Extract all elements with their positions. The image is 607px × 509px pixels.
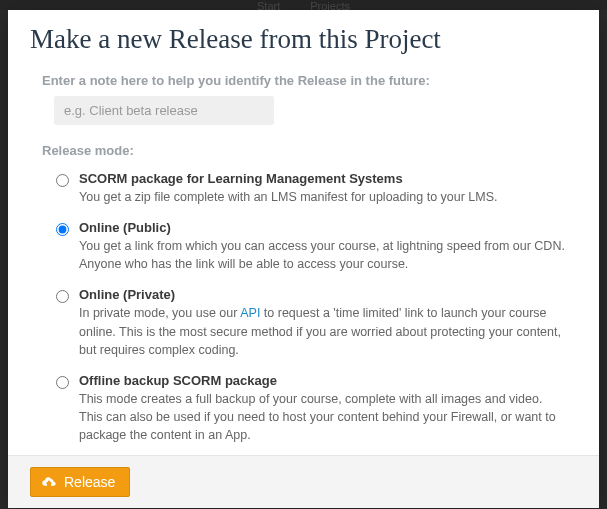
option-title: Online (Private) <box>79 287 567 302</box>
radio-offline-backup[interactable] <box>56 376 69 389</box>
api-link[interactable]: API <box>240 306 260 320</box>
option-desc: You get a link from which you can access… <box>79 237 567 273</box>
top-nav: Start Projects <box>0 0 607 10</box>
release-modal: Make a new Release from this Project Ent… <box>8 10 599 508</box>
option-title: SCORM package for Learning Management Sy… <box>79 171 567 186</box>
option-desc: In private mode, you use our API to requ… <box>79 304 567 358</box>
radio-scorm-lms[interactable] <box>56 174 69 187</box>
option-desc: You get a zip file complete with an LMS … <box>79 188 567 206</box>
nav-start[interactable]: Start <box>257 0 280 10</box>
note-label: Enter a note here to help you identify t… <box>42 73 577 88</box>
option-title: Online (Public) <box>79 220 567 235</box>
radio-online-public[interactable] <box>56 223 69 236</box>
release-button[interactable]: Release <box>30 467 130 497</box>
modal-title: Make a new Release from this Project <box>30 24 577 55</box>
release-note-input[interactable] <box>54 96 274 125</box>
modal-footer: Release <box>8 455 599 508</box>
mode-label: Release mode: <box>42 143 577 158</box>
radio-online-private[interactable] <box>56 290 69 303</box>
nav-projects[interactable]: Projects <box>310 0 350 10</box>
option-desc: This mode creates a full backup of your … <box>79 390 567 444</box>
option-online-public[interactable]: Online (Public) You get a link from whic… <box>30 215 577 282</box>
option-title: Offline backup SCORM package <box>79 373 567 388</box>
option-online-private[interactable]: Online (Private) In private mode, you us… <box>30 282 577 367</box>
release-button-label: Release <box>64 474 115 490</box>
cloud-upload-icon <box>41 476 57 488</box>
option-scorm-lms[interactable]: SCORM package for Learning Management Sy… <box>30 166 577 215</box>
option-offline-backup[interactable]: Offline backup SCORM package This mode c… <box>30 368 577 453</box>
modal-body: Make a new Release from this Project Ent… <box>8 10 599 455</box>
